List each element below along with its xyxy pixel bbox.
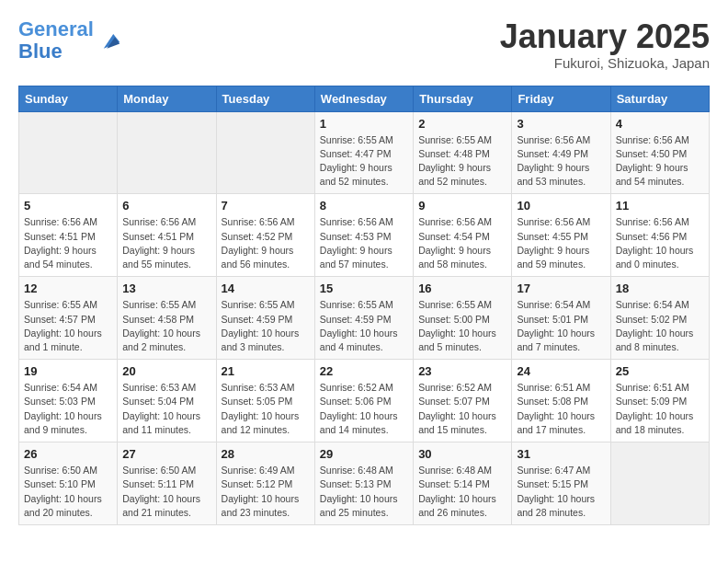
day-info: Sunrise: 6:56 AM Sunset: 4:55 PM Dayligh… xyxy=(517,215,605,271)
day-cell: 15Sunrise: 6:55 AM Sunset: 4:59 PM Dayli… xyxy=(314,277,413,360)
day-info: Sunrise: 6:48 AM Sunset: 5:14 PM Dayligh… xyxy=(418,464,506,520)
day-number: 5 xyxy=(24,199,112,213)
month-title: January 2025 xyxy=(500,18,710,55)
day-info: Sunrise: 6:54 AM Sunset: 5:02 PM Dayligh… xyxy=(616,298,704,354)
day-cell: 31Sunrise: 6:47 AM Sunset: 5:15 PM Dayli… xyxy=(512,442,610,525)
day-cell: 17Sunrise: 6:54 AM Sunset: 5:01 PM Dayli… xyxy=(512,277,610,360)
day-info: Sunrise: 6:51 AM Sunset: 5:09 PM Dayligh… xyxy=(616,381,704,437)
weekday-header-friday: Friday xyxy=(512,86,610,111)
day-number: 4 xyxy=(616,117,704,131)
day-number: 17 xyxy=(517,282,605,295)
day-number: 27 xyxy=(122,447,210,461)
day-info: Sunrise: 6:56 AM Sunset: 4:54 PM Dayligh… xyxy=(418,215,506,271)
day-cell: 10Sunrise: 6:56 AM Sunset: 4:55 PM Dayli… xyxy=(512,194,610,277)
day-number: 26 xyxy=(24,447,112,461)
day-number: 28 xyxy=(222,447,310,461)
day-cell: 18Sunrise: 6:54 AM Sunset: 5:02 PM Dayli… xyxy=(610,277,709,360)
day-number: 25 xyxy=(616,364,704,378)
weekday-header-tuesday: Tuesday xyxy=(216,86,314,111)
day-info: Sunrise: 6:55 AM Sunset: 4:47 PM Dayligh… xyxy=(320,133,408,190)
day-info: Sunrise: 6:55 AM Sunset: 4:59 PM Dayligh… xyxy=(222,298,310,354)
day-info: Sunrise: 6:54 AM Sunset: 5:01 PM Dayligh… xyxy=(517,298,605,354)
weekday-header-wednesday: Wednesday xyxy=(314,86,413,111)
day-number: 7 xyxy=(222,199,310,213)
day-number: 20 xyxy=(122,364,210,378)
day-info: Sunrise: 6:55 AM Sunset: 5:00 PM Dayligh… xyxy=(418,298,506,354)
day-cell xyxy=(216,111,314,194)
day-info: Sunrise: 6:53 AM Sunset: 5:05 PM Dayligh… xyxy=(222,381,310,437)
day-info: Sunrise: 6:55 AM Sunset: 4:48 PM Dayligh… xyxy=(418,133,506,190)
day-info: Sunrise: 6:56 AM Sunset: 4:52 PM Dayligh… xyxy=(222,215,310,271)
day-number: 3 xyxy=(517,117,605,131)
day-info: Sunrise: 6:56 AM Sunset: 4:51 PM Dayligh… xyxy=(24,215,112,271)
day-info: Sunrise: 6:50 AM Sunset: 5:10 PM Dayligh… xyxy=(24,464,112,520)
calendar-table: SundayMondayTuesdayWednesdayThursdayFrid… xyxy=(18,86,710,525)
week-row-4: 19Sunrise: 6:54 AM Sunset: 5:03 PM Dayli… xyxy=(19,360,710,442)
weekday-header-row: SundayMondayTuesdayWednesdayThursdayFrid… xyxy=(19,86,710,111)
day-number: 22 xyxy=(320,364,408,378)
weekday-header-sunday: Sunday xyxy=(19,86,118,111)
day-number: 18 xyxy=(616,282,704,295)
day-cell: 20Sunrise: 6:53 AM Sunset: 5:04 PM Dayli… xyxy=(118,360,216,442)
week-row-5: 26Sunrise: 6:50 AM Sunset: 5:10 PM Dayli… xyxy=(19,442,710,525)
day-info: Sunrise: 6:55 AM Sunset: 4:58 PM Dayligh… xyxy=(122,298,210,354)
day-info: Sunrise: 6:47 AM Sunset: 5:15 PM Dayligh… xyxy=(517,464,605,520)
day-info: Sunrise: 6:56 AM Sunset: 4:56 PM Dayligh… xyxy=(616,215,704,271)
day-info: Sunrise: 6:49 AM Sunset: 5:12 PM Dayligh… xyxy=(222,464,310,520)
day-info: Sunrise: 6:56 AM Sunset: 4:50 PM Dayligh… xyxy=(616,133,704,190)
logo-blue: Blue xyxy=(18,40,63,63)
day-cell: 3Sunrise: 6:56 AM Sunset: 4:49 PM Daylig… xyxy=(512,111,610,194)
location-subtitle: Fukuroi, Shizuoka, Japan xyxy=(500,55,710,71)
day-info: Sunrise: 6:56 AM Sunset: 4:51 PM Dayligh… xyxy=(122,215,210,271)
weekday-header-saturday: Saturday xyxy=(610,86,709,111)
day-cell: 1Sunrise: 6:55 AM Sunset: 4:47 PM Daylig… xyxy=(314,111,413,194)
day-number: 29 xyxy=(320,447,408,461)
day-info: Sunrise: 6:55 AM Sunset: 4:57 PM Dayligh… xyxy=(24,298,112,354)
day-number: 21 xyxy=(222,364,310,378)
day-cell xyxy=(118,111,216,194)
day-info: Sunrise: 6:53 AM Sunset: 5:04 PM Dayligh… xyxy=(122,381,210,437)
day-number: 23 xyxy=(418,364,506,378)
day-number: 19 xyxy=(24,364,112,378)
weekday-header-monday: Monday xyxy=(118,86,216,111)
day-info: Sunrise: 6:55 AM Sunset: 4:59 PM Dayligh… xyxy=(320,298,408,354)
day-cell: 24Sunrise: 6:51 AM Sunset: 5:08 PM Dayli… xyxy=(512,360,610,442)
day-cell: 5Sunrise: 6:56 AM Sunset: 4:51 PM Daylig… xyxy=(19,194,118,277)
day-cell: 28Sunrise: 6:49 AM Sunset: 5:12 PM Dayli… xyxy=(216,442,314,525)
day-cell: 11Sunrise: 6:56 AM Sunset: 4:56 PM Dayli… xyxy=(610,194,709,277)
day-cell: 21Sunrise: 6:53 AM Sunset: 5:05 PM Dayli… xyxy=(216,360,314,442)
day-number: 11 xyxy=(616,199,704,213)
day-cell: 6Sunrise: 6:56 AM Sunset: 4:51 PM Daylig… xyxy=(118,194,216,277)
day-cell: 25Sunrise: 6:51 AM Sunset: 5:09 PM Dayli… xyxy=(610,360,709,442)
day-info: Sunrise: 6:51 AM Sunset: 5:08 PM Dayligh… xyxy=(517,381,605,437)
day-cell xyxy=(19,111,118,194)
day-number: 12 xyxy=(24,282,112,295)
day-info: Sunrise: 6:52 AM Sunset: 5:06 PM Dayligh… xyxy=(320,381,408,437)
day-cell: 19Sunrise: 6:54 AM Sunset: 5:03 PM Dayli… xyxy=(19,360,118,442)
day-cell: 29Sunrise: 6:48 AM Sunset: 5:13 PM Dayli… xyxy=(314,442,413,525)
week-row-1: 1Sunrise: 6:55 AM Sunset: 4:47 PM Daylig… xyxy=(19,111,710,194)
day-number: 9 xyxy=(418,199,506,213)
title-block: January 2025 Fukuroi, Shizuoka, Japan xyxy=(500,18,710,71)
day-number: 16 xyxy=(418,282,506,295)
logo-text: General Blue xyxy=(18,18,94,63)
day-number: 14 xyxy=(222,282,310,295)
day-number: 6 xyxy=(122,199,210,213)
day-info: Sunrise: 6:56 AM Sunset: 4:49 PM Dayligh… xyxy=(517,133,605,190)
day-cell: 7Sunrise: 6:56 AM Sunset: 4:52 PM Daylig… xyxy=(216,194,314,277)
day-number: 15 xyxy=(320,282,408,295)
logo-general: General xyxy=(18,17,94,40)
week-row-2: 5Sunrise: 6:56 AM Sunset: 4:51 PM Daylig… xyxy=(19,194,710,277)
day-cell: 30Sunrise: 6:48 AM Sunset: 5:14 PM Dayli… xyxy=(414,442,512,525)
day-number: 13 xyxy=(122,282,210,295)
day-cell xyxy=(610,442,709,525)
day-cell: 22Sunrise: 6:52 AM Sunset: 5:06 PM Dayli… xyxy=(314,360,413,442)
weekday-header-thursday: Thursday xyxy=(414,86,512,111)
day-cell: 9Sunrise: 6:56 AM Sunset: 4:54 PM Daylig… xyxy=(414,194,512,277)
day-number: 10 xyxy=(517,199,605,213)
day-number: 8 xyxy=(320,199,408,213)
day-info: Sunrise: 6:50 AM Sunset: 5:11 PM Dayligh… xyxy=(122,464,210,520)
day-info: Sunrise: 6:48 AM Sunset: 5:13 PM Dayligh… xyxy=(320,464,408,520)
page-header: General Blue January 2025 Fukuroi, Shizu… xyxy=(18,18,710,71)
day-number: 31 xyxy=(517,447,605,461)
